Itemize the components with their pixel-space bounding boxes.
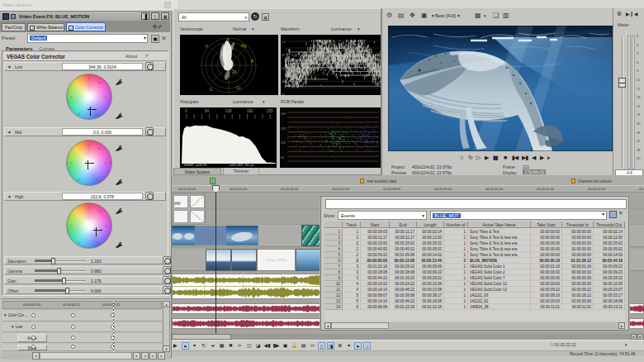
svg-text:64: 64 [281,156,284,160]
svg-text:192: 192 [281,127,286,131]
svg-text:Mg: Mg [241,44,247,48]
svg-text:128: 128 [281,141,286,145]
svg-text:128: 128 [225,109,232,113]
svg-text:G: G [78,241,80,245]
svg-text:Yl: Yl [70,162,73,165]
svg-text:255: 255 [281,112,286,116]
svg-text:Mg: Mg [97,210,102,213]
svg-text:60: 60 [282,67,285,70]
svg-text:20: 20 [232,70,237,74]
svg-text:Mean: 108.44: Mean: 108.44 [184,163,207,167]
svg-text:Mg: Mg [97,81,102,84]
svg-text:80: 80 [282,54,285,57]
svg-text:B: B [105,96,107,99]
svg-text:B: B [105,162,107,165]
svg-text:B: B [105,225,107,228]
svg-text:1.0: 1.0 [282,40,286,44]
svg-text:Cy: Cy [236,86,241,90]
svg-text:20: 20 [282,93,285,95]
svg-text:G: G [78,179,80,182]
svg-text:B: B [251,60,253,64]
svg-text:255: 255 [267,109,273,113]
svg-text:40: 40 [282,80,285,83]
svg-text:R: R [88,207,90,210]
svg-text:192: 192 [247,109,253,113]
svg-text:64: 64 [205,109,210,113]
svg-text:Yl: Yl [70,96,73,99]
svg-text:G: G [210,88,213,92]
svg-text:R: R [88,144,90,147]
svg-text:Mg: Mg [97,147,102,150]
svg-text:G: G [78,112,80,116]
svg-text:0: 0 [185,109,187,113]
svg-text:Yl: Yl [70,225,73,228]
svg-text:Std Dev: 46.11: Std Dev: 46.11 [230,163,254,167]
svg-text:R: R [88,78,90,81]
svg-text:Cy: Cy [96,179,100,182]
svg-text:Cy: Cy [96,241,100,245]
svg-text:Cy: Cy [96,112,100,116]
svg-text:Yl: Yl [205,45,208,49]
